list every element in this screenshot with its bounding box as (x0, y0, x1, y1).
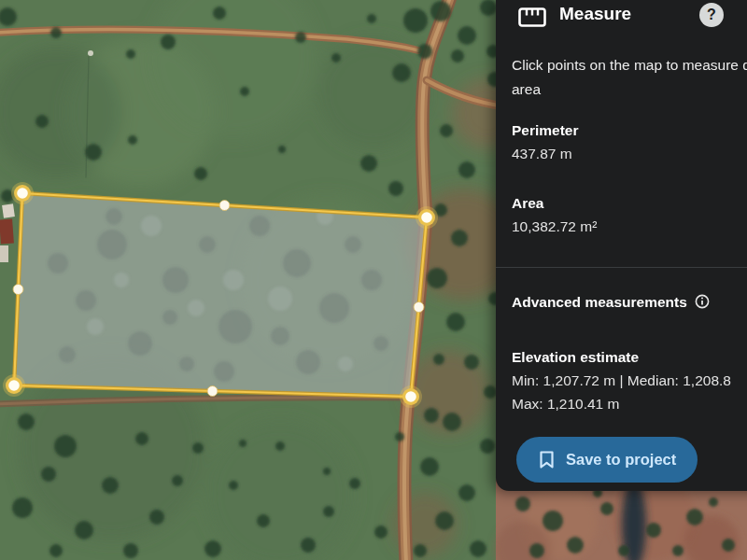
midpoint-handle[interactable] (414, 302, 424, 313)
save-to-project-button[interactable]: Save to project (516, 437, 698, 483)
save-button-label: Save to project (566, 451, 676, 469)
perimeter-value: 437.87 m (512, 146, 572, 162)
advanced-measurements-row: Advanced measurements (512, 294, 710, 311)
panel-title: Measure (559, 4, 631, 24)
perimeter-label: Perimeter (512, 122, 579, 139)
ruler-icon (518, 7, 546, 27)
section-divider (496, 267, 747, 268)
help-glyph: ? (707, 7, 716, 22)
vertex-handle[interactable] (3, 374, 25, 397)
vertex-handle[interactable] (416, 206, 438, 229)
vertex-handle[interactable] (11, 182, 34, 204)
measurement-polygon[interactable] (14, 193, 427, 397)
midpoint-handle[interactable] (207, 386, 218, 397)
area-label: Area (512, 195, 543, 212)
help-button[interactable]: ? (699, 3, 724, 27)
midpoint-handle[interactable] (13, 285, 23, 295)
midpoint-handle[interactable] (219, 201, 230, 211)
bookmark-icon (538, 450, 556, 469)
area-value: 10,382.72 m² (512, 218, 597, 235)
elevation-max: Max: 1,210.41 m (512, 396, 619, 413)
elevation-label: Elevation estimate (512, 349, 639, 366)
vertex-handle[interactable] (400, 385, 422, 408)
info-icon[interactable] (695, 294, 710, 309)
measure-panel: Measure ? Click points on the map to mea… (496, 0, 747, 491)
elevation-min-median: Min: 1,207.72 m | Median: 1,208.8 (512, 372, 731, 389)
advanced-measurements-label: Advanced measurements (512, 294, 687, 310)
instruction-text: Click points on the map to measure dista… (512, 53, 747, 102)
